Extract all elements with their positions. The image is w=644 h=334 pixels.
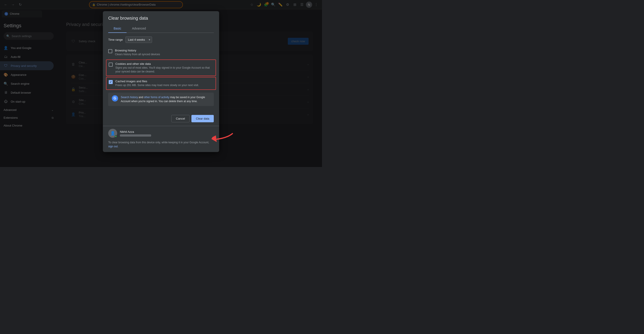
clear-browsing-dialog: Clear browsing data Basic Advanced Time … [103,11,219,152]
cookies-subtitle: Signs you out of most sites. You'll stay… [116,66,213,74]
user-name: Nikhil Azza [120,130,151,134]
cached-item: Cached images and files Frees up 291 MB.… [106,77,216,90]
info-box: G Search history and other forms of acti… [108,92,214,106]
google-g-icon: G [112,95,118,102]
dialog-header: Clear browsing data Basic Advanced [103,11,219,33]
sign-out-link[interactable]: sign out [108,145,118,148]
dialog-tabs: Basic Advanced [108,24,214,33]
other-activity-link[interactable]: other forms of activity [144,96,169,99]
tab-advanced[interactable]: Advanced [126,24,151,33]
dialog-body: Time range Last hour Last 24 hours Last … [103,33,219,112]
browsing-history-item: Browsing history Clears history from all… [108,46,214,58]
time-range-select[interactable]: Last hour Last 24 hours Last 7 days Last… [126,36,152,43]
signin-note-text: To clear browsing data from this device … [108,141,209,144]
sign-out-period: . [118,145,118,148]
info-text-and: and [138,96,144,99]
signin-note: To clear browsing data from this device … [108,140,214,148]
browsing-history-subtitle: Clears history from all synced devices [115,52,214,56]
signin-section: 👤 Nikhil Azza To clear browsing data fro… [103,126,219,152]
user-email-blurred [120,134,151,136]
browsing-history-text: Browsing history Clears history from all… [115,49,214,56]
search-history-link[interactable]: Search history [121,96,138,99]
info-text: Search history and other forms of activi… [121,95,210,103]
cached-title: Cached images and files [116,80,213,83]
main-content: Settings 🔍 Search settings 👤 You and Goo… [0,18,322,167]
dialog-title: Clear browsing data [108,16,214,21]
cookies-checkbox[interactable] [109,62,113,66]
dialog-footer: Cancel Clear data [103,112,219,126]
time-range-row: Time range Last hour Last 24 hours Last … [108,36,214,43]
cached-subtitle: Frees up 291 MB. Some sites may load mor… [116,84,213,87]
cancel-button[interactable]: Cancel [171,115,190,122]
select-wrapper: Last hour Last 24 hours Last 7 days Last… [126,36,152,43]
cookies-text: Cookies and other site data Signs you ou… [116,62,213,74]
online-status-dot [115,135,117,138]
tab-basic[interactable]: Basic [108,24,126,33]
user-info: Nikhil Azza [120,130,151,136]
cookies-item: Cookies and other site data Signs you ou… [106,60,216,76]
time-range-label: Time range [108,38,123,41]
browsing-history-title: Browsing history [115,49,214,52]
browsing-history-checkbox[interactable] [108,49,112,53]
cached-text: Cached images and files Frees up 291 MB.… [116,80,213,87]
signin-row: 👤 Nikhil Azza [108,129,214,138]
cookies-title: Cookies and other site data [116,62,213,66]
cached-checkbox[interactable] [109,80,113,84]
user-avatar: 👤 [108,129,117,138]
clear-data-button[interactable]: Clear data [192,115,214,122]
